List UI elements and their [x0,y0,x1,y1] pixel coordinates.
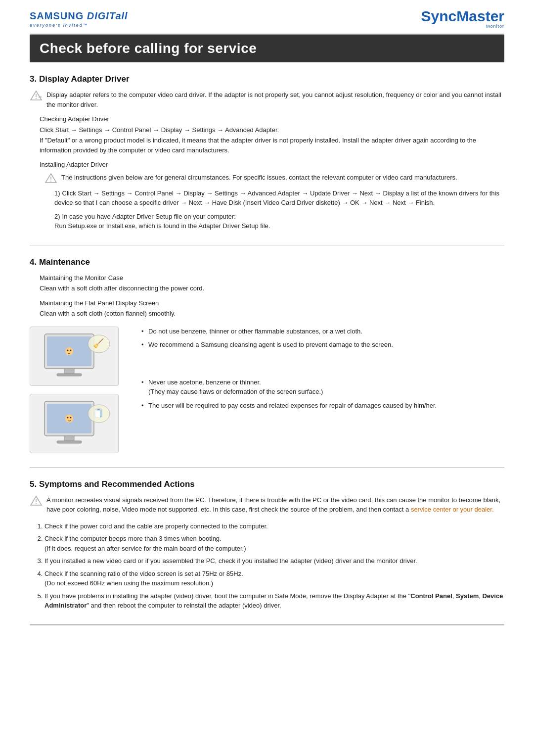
bullet-list-1: Do not use benzene, thinner or other fla… [138,327,504,350]
display-adapter-intro: Display adapter refers to the computer v… [46,90,504,109]
bold-text: Control Panel [410,592,452,600]
installing-sub-list: 1)Click Start → Settings → Control Panel… [40,189,504,231]
page-wrapper: SAMSUNG DIGITall everyone's invited™ Syn… [0,0,534,756]
item-label: Checking Adapter Driver [40,115,109,123]
display-adapter-list: Checking Adapter Driver Click Start → Se… [30,114,504,231]
monitor-svg-1: 🧹 [35,329,114,383]
bullet-group-1: Do not use benzene, thinner or other fla… [138,327,504,354]
symptoms-item: If you have problems in installing the a… [44,591,504,611]
svg-point-24 [70,417,72,418]
bullet-item: The user will be required to pay costs a… [138,401,504,411]
maintenance-title: 4. Maintenance [30,257,504,267]
samsung-tagline: everyone's invited™ [30,23,89,28]
installing-note: The instructions given below are for gen… [44,173,504,184]
svg-point-23 [67,417,69,418]
item-text: Clean with a soft cloth (cotton flannel)… [40,309,504,319]
symptoms-note: A monitor recreates visual signals recei… [30,495,504,515]
display-adapter-note: Display adapter refers to the computer v… [30,90,504,109]
symptoms-list: Check if the power cord and the cable ar… [30,521,504,611]
item-text: Clean with a soft cloth after disconnect… [40,284,504,293]
item-continuation: If "Default" or a wrong product model is… [40,136,504,155]
symptoms-title: 5. Symptoms and Recommended Actions [30,479,504,489]
svg-text:🧻: 🧻 [93,408,104,419]
bullet-columns: Do not use benzene, thinner or other fla… [129,327,504,453]
svg-point-2 [36,98,37,99]
sub-list-item: 2)In case you have Adapter Driver Setup … [54,212,504,231]
svg-text:🧹: 🧹 [93,338,104,349]
item-label: Installing Adapter Driver [40,161,108,168]
item-label: Maintaining the Flat Panel Display Scree… [40,299,159,307]
monitor-svg-2: 🧻 [35,396,114,451]
svg-rect-3 [39,96,42,98]
display-adapter-title: 3. Display Adapter Driver [30,74,504,84]
symptoms-item: Check if the power cord and the cable ar… [44,521,504,531]
svg-rect-9 [64,369,74,374]
item-text: Click Start → Settings → Control Panel →… [40,125,504,135]
svg-point-13 [65,347,73,355]
sub-list-item: 1)Click Start → Settings → Control Panel… [54,189,504,208]
maintenance-section: 4. Maintenance Maintaining the Monitor C… [30,257,504,453]
warning-icon-2 [44,173,57,184]
divider-2 [30,467,504,468]
monitor-image-1: 🧹 [30,327,119,386]
syncmaster-logo: SyncMaster Monitor [421,9,504,29]
symptoms-item: Check if the computer beeps more than 3 … [44,534,504,553]
service-center-link[interactable]: service center or your dealer. [411,506,494,513]
bullet-item: Never use acetone, benzene or thinner.(T… [138,378,504,397]
warning-icon-3 [30,495,43,506]
bullet-item: We recommend a Samsung cleansing agent i… [138,340,504,350]
svg-point-15 [70,349,72,351]
monitor-image-2: 🧻 [30,394,119,453]
symptoms-item: If you installed a new video card or if … [44,556,504,566]
page-title: Check before calling for service [40,41,494,56]
bold-text: System [456,592,479,600]
svg-rect-18 [64,436,74,441]
symptoms-section: 5. Symptoms and Recommended Actions A mo… [30,479,504,611]
svg-point-22 [65,415,73,423]
header: SAMSUNG DIGITall everyone's invited™ Syn… [30,0,504,35]
bullet-list-2: Never use acetone, benzene or thinner.(T… [138,378,504,411]
list-item: Checking Adapter Driver Click Start → Se… [40,114,504,155]
bullet-group-2: Never use acetone, benzene or thinner.(T… [138,378,504,415]
svg-point-6 [50,181,51,182]
samsung-brand-text: SAMSUNG DIGITall [30,10,128,22]
bullet-item: Do not use benzene, thinner or other fla… [138,327,504,336]
installing-sub-note: The instructions given below are for gen… [61,173,504,183]
svg-rect-19 [57,441,82,443]
symptoms-item: Check if the scanning ratio of the video… [44,569,504,588]
syncmaster-subtitle: Monitor [486,24,504,29]
footer-divider [30,624,504,625]
item-label: Maintaining the Monitor Case [40,274,123,282]
warning-icon [30,90,43,101]
symptoms-intro: A monitor recreates visual signals recei… [46,495,504,515]
svg-rect-10 [57,374,82,376]
list-item: Maintaining the Monitor Case Clean with … [40,273,504,293]
divider-1 [30,245,504,245]
monitor-images: 🧹 [30,327,129,453]
svg-point-14 [67,349,69,351]
svg-point-27 [36,503,37,504]
samsung-logo: SAMSUNG DIGITall everyone's invited™ [30,10,128,28]
maintenance-content: 🧹 [30,327,504,453]
list-item: Installing Adapter Driver The instructio… [40,160,504,231]
list-item: Maintaining the Flat Panel Display Scree… [40,298,504,319]
display-adapter-section: 3. Display Adapter Driver Display adapte… [30,74,504,231]
page-title-section: Check before calling for service [30,35,504,62]
maintenance-list: Maintaining the Monitor Case Clean with … [30,273,504,319]
syncmaster-text: SyncMaster [421,9,504,24]
